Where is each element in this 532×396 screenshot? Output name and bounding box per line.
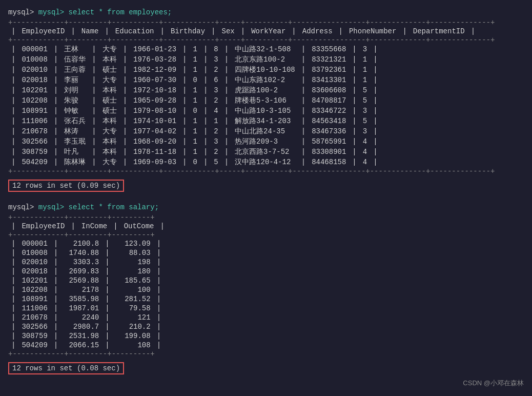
sep: |	[157, 27, 167, 36]
sep: |	[179, 95, 190, 106]
sep: |	[8, 95, 18, 106]
data-cell: 1	[190, 136, 200, 147]
data-cell: 504209	[18, 157, 50, 167]
data-cell: 1	[190, 95, 200, 106]
sep: |	[8, 276, 18, 285]
table-row: | 020010 | 王向蓉 | 硕士 | 1982-12-09 | 1 | 2…	[8, 65, 381, 75]
sep: |	[89, 157, 99, 167]
employees-table: | EmployeeID | Name | Education | Birthd…	[8, 27, 478, 36]
data-cell: 83467336	[309, 126, 349, 136]
data-cell: 100	[113, 285, 154, 294]
sep: |	[51, 116, 61, 126]
query1-cmd: mysql> select * from employees;	[38, 8, 172, 16]
sep: |	[154, 258, 164, 267]
sep: |	[8, 157, 18, 167]
result1-text: 12 rows in set (0.09 sec)	[8, 180, 124, 192]
data-cell: 1969-09-03	[130, 157, 179, 167]
sep: |	[89, 54, 99, 65]
sep: |	[8, 304, 18, 313]
sep: |	[179, 54, 190, 65]
data-cell: 83321321	[309, 54, 349, 65]
sep: |	[51, 248, 61, 258]
sep: |	[110, 222, 120, 231]
employees-table-block: +------------+---------+-----------+----…	[8, 18, 524, 175]
data-cell: 中山北路24-35	[232, 126, 298, 136]
sep: |	[349, 65, 359, 75]
sep: |	[349, 147, 359, 157]
data-cell: 1	[190, 65, 200, 75]
data-cell: 北京东路100-2	[232, 54, 298, 65]
divider-bottom1: +------------+---------+-----------+----…	[8, 167, 524, 175]
sep: |	[8, 116, 18, 126]
sep: |	[200, 44, 211, 54]
data-cell: 3	[211, 136, 221, 147]
data-cell: 钟敏	[61, 106, 89, 116]
sep: |	[221, 95, 232, 106]
salary-data-table: | 000001 | 2100.8 | 123.09 || 010008 | 1…	[8, 239, 164, 350]
data-cell: 本科	[99, 147, 120, 157]
sep: |	[120, 44, 130, 54]
sep: |	[102, 313, 112, 322]
col-s-outcome: OutCome	[121, 222, 157, 231]
data-cell: 198	[113, 258, 154, 267]
sep: |	[89, 126, 99, 136]
data-cell: 3	[360, 126, 370, 136]
data-cell: 102208	[18, 95, 50, 106]
sep: |	[298, 75, 309, 85]
sep: |	[8, 267, 18, 276]
data-cell: 牌楼巷5-3-106	[232, 95, 298, 106]
sep: |	[370, 126, 380, 136]
data-cell: 大专	[99, 157, 120, 167]
data-cell: 中山东路102-2	[232, 75, 298, 85]
data-cell: 1	[190, 54, 200, 65]
divider-header2: +------------+---------+---------+	[8, 231, 524, 239]
sep: |	[200, 126, 211, 136]
data-cell: 1987.01	[61, 304, 102, 313]
data-cell: 83308901	[309, 147, 349, 157]
sep: |	[89, 85, 99, 95]
table-row: | 010008 | 伍容华 | 本科 | 1976-03-28 | 1 | 3…	[8, 54, 381, 65]
data-cell: 李丽	[61, 75, 89, 85]
sep: |	[102, 258, 112, 267]
sep: |	[298, 54, 309, 65]
sep: |	[221, 44, 232, 54]
salary-header-row: | EmployeeID | InCome | OutCome |	[8, 222, 168, 231]
sep: |	[120, 85, 130, 95]
sep: |	[221, 106, 232, 116]
sep: |	[179, 75, 190, 85]
table-row: | 020010 | 3303.3 | 198 |	[8, 258, 164, 267]
table-row: | 020018 | 李丽 | 大专 | 1960-07-30 | 0 | 6 …	[8, 75, 381, 85]
sep: |	[120, 75, 130, 85]
sep: |	[154, 285, 164, 294]
data-cell: 1	[360, 65, 370, 75]
sep: |	[200, 147, 211, 157]
sep: |	[89, 106, 99, 116]
sep: |	[221, 126, 232, 136]
sep: |	[200, 157, 211, 167]
sep: |	[8, 294, 18, 304]
sep: |	[154, 267, 164, 276]
sep: |	[298, 106, 309, 116]
query2-prompt: mysql> mysql> select * from salary;	[8, 203, 524, 211]
sep: |	[51, 285, 61, 294]
sep: |	[370, 116, 380, 126]
data-cell: 79.58	[113, 304, 154, 313]
table-row: | 111006 | 1987.01 | 79.58 |	[8, 304, 164, 313]
sep: |	[102, 294, 112, 304]
sep: |	[8, 331, 18, 341]
data-cell: 1965-09-28	[130, 95, 179, 106]
data-cell: 83346722	[309, 106, 349, 116]
col-phone: PhoneNumber	[346, 27, 399, 36]
sep: |	[370, 136, 380, 147]
data-cell: 1982-12-09	[130, 65, 179, 75]
data-cell: 199.08	[113, 331, 154, 341]
data-cell: 1979-08-10	[130, 106, 179, 116]
data-cell: 180	[113, 267, 154, 276]
sep: |	[157, 222, 167, 231]
sep: |	[200, 54, 211, 65]
data-cell: 102201	[18, 276, 50, 285]
data-cell: 5	[360, 95, 370, 106]
data-cell: 108	[113, 341, 154, 350]
table-row: | 210678 | 林涛 | 大专 | 1977-04-02 | 1 | 2 …	[8, 126, 381, 136]
sep: |	[349, 95, 359, 106]
